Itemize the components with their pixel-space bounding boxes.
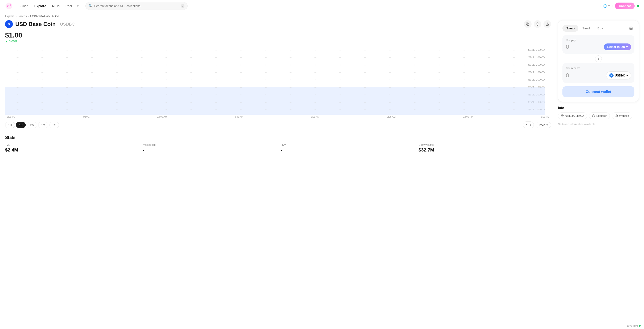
token-actions <box>524 20 551 28</box>
time-btn-1d[interactable]: 1D <box>16 122 26 128</box>
connect-button[interactable]: Connect <box>615 3 635 9</box>
tab-buy[interactable]: Buy <box>594 25 607 32</box>
search-icon: 🔍 <box>88 4 93 8</box>
token-symbol: USDBC <box>60 22 75 27</box>
stats-title: Stats <box>5 135 551 140</box>
chevron-down-icon: ▾ <box>608 4 610 8</box>
share-button[interactable] <box>544 20 551 28</box>
contract-address-text: 0xd9aA...b6CA <box>566 114 584 117</box>
explorer-button[interactable]: Explorer <box>589 113 610 119</box>
receive-amount: 0 <box>566 72 569 79</box>
x-label-6: 12:05 PM <box>463 116 473 118</box>
stat-fdv-label: FDV <box>281 143 413 146</box>
stat-tvl-value: $2.4M <box>5 147 138 153</box>
x-label-3: 3:05 AM <box>234 116 243 118</box>
svg-rect-18 <box>5 47 545 115</box>
contract-address-button[interactable]: 0xd9aA...b6CA <box>558 113 587 119</box>
stats-grid: TVL $2.4M Market cap - FDV - 1 day volum… <box>5 143 551 153</box>
website-label: Website <box>619 114 629 117</box>
main-content: $ USD Base Coin USDBC $1.00 ▲ <box>0 20 644 158</box>
x-label-7: 3:05 PM <box>541 116 550 118</box>
pay-amount: 0 <box>566 44 569 50</box>
stat-marketcap: Market cap - <box>143 143 276 153</box>
header: Swap Explore NFTs Pool ▾ 🔍 / 🌐 ▾ Connect <box>0 0 644 12</box>
select-token-label: Select token <box>607 45 625 49</box>
status-dot <box>637 5 639 7</box>
chart-area: $1.00 $1.00 $1.00 $1.00 $1.00 $1.00 $1.0… <box>5 47 551 115</box>
x-label-4: 6:05 AM <box>311 116 319 118</box>
tab-send[interactable]: Send <box>578 25 594 32</box>
svg-rect-20 <box>562 116 564 117</box>
header-right: 🌐 ▾ Connect <box>600 3 639 9</box>
search-input[interactable] <box>94 4 180 8</box>
stats-section: Stats TVL $2.4M Market cap - FDV - 1 day… <box>5 135 551 153</box>
globe-button[interactable] <box>534 20 541 28</box>
price-section: $1.00 ▲ 0.00% <box>5 31 551 43</box>
receive-token-selector[interactable]: $ USDbC ▾ <box>606 71 631 80</box>
right-panel: Swap Send Buy You pay 0 Select token ▾ <box>558 20 639 153</box>
info-links: 0xd9aA...b6CA Explorer Website <box>558 113 639 119</box>
you-pay-label: You pay <box>566 39 631 42</box>
you-receive-box: You receive 0 $ USDbC ▾ <box>562 63 634 83</box>
usdbc-token-icon: $ <box>609 73 614 78</box>
no-info-text: No token information available <box>558 123 639 126</box>
you-pay-row: 0 Select token ▾ <box>566 44 631 50</box>
copy-address-button[interactable] <box>524 20 532 28</box>
search-bar[interactable]: 🔍 / <box>86 2 188 10</box>
chart-controls: 1H 1D 1W 1M 1Y 〜 ▾ Price ▾ <box>5 121 551 128</box>
svg-point-19 <box>630 28 632 29</box>
breadcrumb-explore[interactable]: Explore <box>5 15 14 18</box>
price-label: Price <box>539 123 545 127</box>
token-price: $1.00 <box>5 31 551 39</box>
breadcrumb-tokens[interactable]: Tokens <box>18 15 26 18</box>
swap-tabs: Swap Send Buy <box>562 25 634 32</box>
you-receive-label: You receive <box>566 67 631 70</box>
stat-fdv-value: - <box>281 147 413 153</box>
breadcrumb-sep-1: › <box>16 15 16 18</box>
price-type-button[interactable]: Price ▾ <box>536 122 551 128</box>
x-label-5: 9:05 AM <box>387 116 396 118</box>
price-change: ▲ 0.00% <box>5 40 551 43</box>
settings-button[interactable] <box>628 25 634 32</box>
price-change-value: 0.00% <box>9 40 18 43</box>
you-pay-box: You pay 0 Select token ▾ <box>562 35 634 54</box>
time-buttons: 1H 1D 1W 1M 1Y <box>5 122 59 128</box>
connect-wallet-button[interactable]: Connect wallet <box>562 86 634 97</box>
tab-swap[interactable]: Swap <box>562 25 578 32</box>
nav-more[interactable]: ▾ <box>76 3 80 9</box>
nav-swap[interactable]: Swap <box>18 3 31 9</box>
token-logo: $ <box>5 20 13 28</box>
breadcrumb-sep-2: › <box>28 15 29 18</box>
x-label-1: May 1 <box>83 116 90 118</box>
chevron-down-icon: ▾ <box>530 123 531 127</box>
token-name: USD Base Coin <box>15 21 56 28</box>
nav-explore[interactable]: Explore <box>32 3 49 9</box>
nav-nfts[interactable]: NFTs <box>50 3 62 9</box>
stat-tvl-label: TVL <box>5 143 138 146</box>
network-icon: 🌐 <box>603 4 607 8</box>
stat-volume-value: $32.7M <box>418 147 551 153</box>
svg-text:$: $ <box>8 23 10 26</box>
swap-card: Swap Send Buy You pay 0 Select token ▾ <box>558 20 639 102</box>
chevron-down-icon: ▾ <box>77 4 78 8</box>
chart-type-button[interactable]: 〜 ▾ <box>523 121 534 128</box>
arrow-down-icon: ↓ <box>598 57 599 61</box>
stat-marketcap-label: Market cap <box>143 143 276 146</box>
time-btn-1m[interactable]: 1M <box>38 122 48 128</box>
main-nav: Swap Explore NFTs Pool ▾ <box>18 3 80 9</box>
info-section: Info 0xd9aA...b6CA Explorer Website No t… <box>558 106 639 126</box>
time-btn-1y[interactable]: 1Y <box>49 122 59 128</box>
stat-fdv: FDV - <box>281 143 413 153</box>
logo[interactable] <box>5 2 13 10</box>
chevron-down-icon: ▾ <box>626 45 628 49</box>
time-btn-1h[interactable]: 1H <box>5 122 15 128</box>
chart-x-labels: 6:05 PM May 1 12:05 AM 3:05 AM 6:05 AM 9… <box>5 116 551 118</box>
website-button[interactable]: Website <box>612 113 632 119</box>
chevron-down-icon: ▾ <box>626 74 628 77</box>
swap-direction-button[interactable]: ↓ <box>595 55 602 62</box>
select-token-button[interactable]: Select token ▾ <box>604 44 631 50</box>
swap-arrow: ↓ <box>562 55 634 62</box>
nav-pool[interactable]: Pool <box>63 3 74 9</box>
time-btn-1w[interactable]: 1W <box>26 122 37 128</box>
network-selector[interactable]: 🌐 ▾ <box>600 3 612 9</box>
